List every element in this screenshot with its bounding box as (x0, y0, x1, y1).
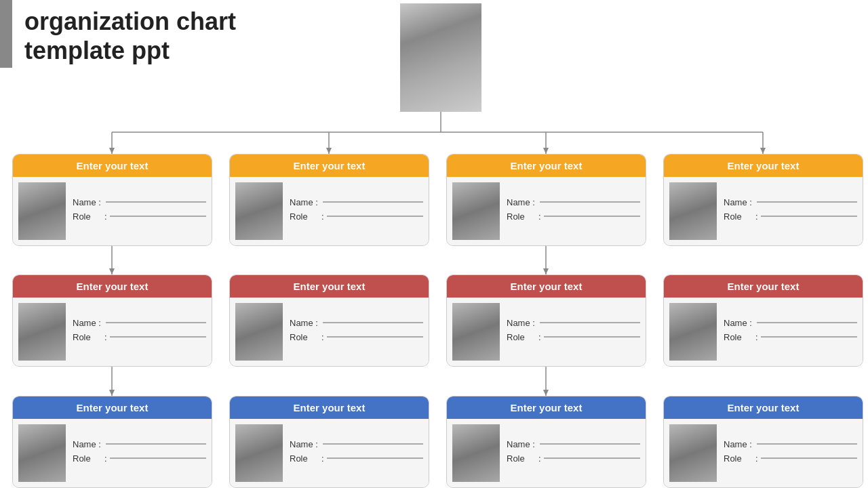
card-r1c2-role-label: Role (290, 211, 320, 222)
card-r3c1-header: Enter your text (13, 396, 212, 419)
card-r2c1-info: Name : Role : (73, 318, 206, 346)
card-r2c4-body: Name : Role : (664, 298, 863, 366)
card-r3c3-role-label: Role (507, 453, 537, 464)
card-r1c1-body: Name : Role : (13, 177, 212, 245)
top-person-photo (400, 3, 481, 112)
card-r3c2-photo (235, 424, 283, 482)
card-r2c1: Enter your text Name : Role : (12, 274, 212, 367)
card-r2c4-name-label: Name : (724, 318, 754, 328)
card-r1c4: Enter your text Name : Role : (663, 154, 863, 246)
svg-marker-11 (109, 268, 115, 274)
svg-marker-6 (109, 148, 115, 154)
card-r1c1-name-line (106, 201, 206, 203)
title-area: organization chart template ppt (24, 7, 241, 65)
card-r1c2: Enter your text Name : Role : (229, 154, 429, 246)
card-r1c2-body: Name : Role : (230, 177, 429, 245)
top-person-image (400, 3, 481, 112)
card-r1c3-name-label: Name : (507, 197, 537, 207)
card-r2c3: Enter your text Name : Role : (446, 274, 646, 367)
svg-marker-13 (109, 390, 115, 396)
card-r2c3-photo (452, 303, 500, 361)
card-r1c1-role-line (110, 216, 206, 217)
card-r3c4-name-label: Name : (724, 439, 754, 449)
card-r1c4-role-label: Role (724, 211, 754, 222)
card-r3c2-role-label: Role (290, 453, 320, 464)
card-r1c3-header: Enter your text (447, 155, 646, 177)
svg-marker-15 (543, 268, 549, 274)
card-r1c1-role-colon: : (104, 211, 107, 222)
left-accent-bar (0, 0, 12, 68)
card-r2c2-info: Name : Role : (290, 318, 423, 346)
card-r1c1-header: Enter your text (13, 155, 212, 177)
card-r2c3-info: Name : Role : (507, 318, 640, 346)
card-r1c1-info: Name : Role : (73, 197, 206, 226)
card-r3c4: Enter your text Name : Role : (663, 396, 863, 488)
card-r1c4-body: Name : Role : (664, 177, 863, 245)
svg-marker-8 (543, 148, 549, 154)
card-r3c3-name-label: Name : (507, 439, 537, 449)
svg-marker-9 (760, 148, 766, 154)
card-r3c3-info: Name : Role : (507, 439, 640, 468)
card-r2c4-header: Enter your text (664, 275, 863, 298)
card-r1c3-role-label: Role (507, 211, 537, 222)
card-r3c2: Enter your text Name : Role : (229, 396, 429, 488)
card-r2c1-role-label: Role (73, 332, 103, 342)
card-r2c2-header: Enter your text (230, 275, 429, 298)
card-r1c1-role-row: Role : (73, 211, 206, 222)
card-r2c4-role-label: Role (724, 332, 754, 342)
card-r1c2-info: Name : Role : (290, 197, 423, 226)
card-r3c3-header: Enter your text (447, 396, 646, 419)
card-r1c3-body: Name : Role : (447, 177, 646, 245)
card-r2c3-role-label: Role (507, 332, 537, 342)
card-r3c1-info: Name : Role : (73, 439, 206, 468)
card-r3c2-info: Name : Role : (290, 439, 423, 468)
card-r2c3-name-label: Name : (507, 318, 537, 328)
card-r3c2-name-label: Name : (290, 439, 320, 449)
card-r2c2-name-label: Name : (290, 318, 320, 328)
page-title: organization chart template ppt (24, 7, 241, 65)
card-r1c4-name-label: Name : (724, 197, 754, 207)
card-r3c2-header: Enter your text (230, 396, 429, 419)
card-r2c3-body: Name : Role : (447, 298, 646, 366)
card-r3c1-role-label: Role (73, 453, 103, 464)
svg-marker-17 (543, 390, 549, 396)
card-r3c2-body: Name : Role : (230, 419, 429, 487)
card-r3c3: Enter your text Name : Role : (446, 396, 646, 488)
card-r1c3-info: Name : Role : (507, 197, 640, 226)
card-r3c4-photo (669, 424, 717, 482)
card-r1c4-photo (669, 182, 717, 240)
card-r2c4: Enter your text Name : Role : (663, 274, 863, 367)
card-r1c1-role-label: Role (73, 211, 103, 222)
card-r3c4-info: Name : Role : (724, 439, 857, 468)
card-r1c1-photo (18, 182, 66, 240)
card-r1c3: Enter your text Name : Role : (446, 154, 646, 246)
card-r3c3-photo (452, 424, 500, 482)
card-r2c1-header: Enter your text (13, 275, 212, 298)
card-r2c1-name-label: Name : (73, 318, 103, 328)
card-r2c4-info: Name : Role : (724, 318, 857, 346)
card-r1c2-name-label: Name : (290, 197, 320, 207)
card-r2c1-body: Name : Role : (13, 298, 212, 366)
card-r3c1-name-label: Name : (73, 439, 103, 449)
card-r2c2-role-label: Role (290, 332, 320, 342)
card-r3c4-body: Name : Role : (664, 419, 863, 487)
card-r1c4-info: Name : Role : (724, 197, 857, 226)
card-r2c2: Enter your text Name : Role : (229, 274, 429, 367)
card-r3c1: Enter your text Name : Role : (12, 396, 212, 488)
card-r1c3-photo (452, 182, 500, 240)
card-r3c4-role-label: Role (724, 453, 754, 464)
card-r3c1-body: Name : Role : (13, 419, 212, 487)
card-r1c1-name-label: Name : (73, 197, 103, 207)
card-r1c2-photo (235, 182, 283, 240)
card-r2c4-photo (669, 303, 717, 361)
card-r2c2-photo (235, 303, 283, 361)
card-r2c3-header: Enter your text (447, 275, 646, 298)
svg-marker-7 (326, 148, 332, 154)
card-r2c2-body: Name : Role : (230, 298, 429, 366)
card-r1c4-header: Enter your text (664, 155, 863, 177)
card-r3c1-photo (18, 424, 66, 482)
card-r1c2-header: Enter your text (230, 155, 429, 177)
card-r3c4-header: Enter your text (664, 396, 863, 419)
card-r1c1: Enter your text Name : Role : (12, 154, 212, 246)
card-r3c3-body: Name : Role : (447, 419, 646, 487)
